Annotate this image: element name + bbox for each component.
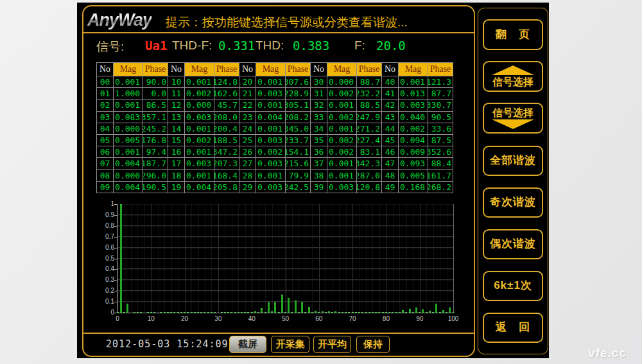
table-header-phase: Phase: [428, 63, 453, 76]
harmonic-bar: [164, 312, 166, 313]
table-cell-no: 39: [311, 182, 327, 193]
table-cell-phase: 88.7: [357, 76, 382, 88]
footer-divider: [82, 333, 475, 334]
chart-gridline-v: [286, 204, 286, 313]
table-cell-phase: 287.0: [357, 170, 382, 182]
screenshot-button[interactable]: 截屏: [229, 336, 266, 353]
harmonic-bar: [247, 312, 249, 313]
table-cell-mag: 0.001: [185, 170, 214, 182]
table-cell-no: 15: [168, 135, 185, 146]
table-header-phase: Phase: [214, 63, 239, 76]
harmonic-bar: [147, 312, 149, 313]
table-cell-phase: 90.5: [428, 112, 453, 123]
harmonic-bar: [173, 312, 175, 313]
table-cell-mag: 0.001: [327, 123, 357, 135]
table-cell-no: 13: [168, 112, 185, 123]
harmonic-bar: [200, 312, 202, 313]
start-capture-button[interactable]: 开采集: [271, 336, 309, 353]
sidebar-button-6k-plus-minus-1[interactable]: 6k±1次: [483, 271, 543, 301]
timestamp: 2012-05-03 15:24:09: [106, 338, 229, 350]
harmonic-bar: [291, 312, 293, 313]
table-cell-phase: 228.9: [286, 88, 311, 100]
sidebar-button-odd-harmonics[interactable]: 奇次谐波: [483, 187, 543, 218]
table-cell-no: 47: [382, 158, 399, 169]
harmonic-bar: [355, 312, 357, 313]
chart-gridline-h: [117, 290, 453, 291]
chart-gridline-h: [117, 247, 453, 248]
harmonic-bar: [322, 311, 324, 313]
harmonic-bar: [301, 302, 303, 313]
hint-text: 提示：按功能键选择信号源或分类查看谐波...: [166, 14, 408, 31]
down-arrow-icon: [492, 119, 534, 129]
title-divider: [82, 32, 475, 33]
chart-gridline-v: [420, 204, 421, 313]
start-average-button[interactable]: 开平均: [313, 336, 351, 353]
y-axis-tick-label: 0.4: [95, 265, 114, 272]
sidebar-button-even-harmonics[interactable]: 偶次谐波: [483, 229, 543, 259]
table-cell-phase: 305.1: [286, 100, 311, 111]
harmonic-bar: [238, 312, 239, 313]
harmonic-bar: [214, 312, 216, 313]
table-cell-no: 34: [311, 123, 327, 135]
x-axis-tick-label: 100: [442, 315, 464, 322]
table-cell-no: 01: [97, 88, 114, 100]
sidebar-button-page-turn[interactable]: 翻 页: [483, 19, 543, 50]
harmonic-bar: [261, 308, 263, 313]
harmonic-bar: [409, 309, 411, 313]
table-cell-mag: 0.001: [114, 100, 143, 111]
table-cell-no: 26: [239, 146, 256, 158]
table-cell-phase: 187.7: [143, 158, 168, 169]
y-axis-tick-mark: [114, 302, 117, 302]
harmonic-bar: [177, 312, 179, 313]
y-axis-tick-mark: [114, 259, 117, 259]
table-cell-phase: 188.5: [214, 135, 239, 146]
table-cell-phase: 215.6: [286, 158, 311, 169]
table-header-phase: Phase: [143, 63, 168, 76]
y-axis-tick-label: 1: [95, 200, 114, 207]
harmonic-bar: [197, 312, 199, 313]
harmonic-bar: [160, 312, 162, 313]
sidebar-button-signal-select-down[interactable]: 信号选择: [483, 103, 543, 134]
table-cell-mag: 0.003: [185, 158, 214, 169]
x-axis-tick-label: 60: [308, 315, 330, 322]
table-header-no: No: [311, 63, 327, 76]
table-cell-phase: 97.4: [143, 146, 168, 158]
y-axis-tick-label: 0.2: [95, 287, 114, 294]
y-axis-tick-mark: [114, 313, 117, 313]
sidebar-button-all-harmonics[interactable]: 全部谐波: [483, 146, 543, 176]
table-cell-mag: 0.004: [114, 158, 143, 169]
harmonic-bar: [429, 311, 431, 313]
table-cell-no: 11: [168, 88, 185, 100]
table-cell-phase: 86.5: [143, 100, 168, 111]
harmonic-bar: [241, 312, 243, 313]
y-axis-tick-mark: [114, 226, 117, 227]
signal-info-row: 信号: Ua1 THD-F: 0.331 THD: 0.383 F: 20.0: [77, 39, 475, 58]
table-cell-no: 49: [382, 182, 399, 193]
thd-value: 0.383: [293, 39, 329, 53]
table-header-no: No: [97, 63, 114, 76]
sidebar-button-signal-select-up[interactable]: 信号选择: [483, 61, 543, 92]
harmonic-bar: [207, 312, 209, 313]
table-cell-no: 43: [382, 112, 399, 123]
table-cell-no: 48: [382, 170, 399, 182]
table-cell-no: 22: [239, 100, 256, 111]
x-axis-tick-label: 90: [409, 315, 431, 322]
x-axis-tick-label: 40: [241, 315, 263, 322]
chart-gridline-h: [117, 301, 453, 302]
page-background: AnyWay 提示：按功能键选择信号源或分类查看谐波... 信号: Ua1 TH…: [0, 0, 642, 364]
thdf-label: THD-F:: [172, 39, 212, 53]
table-cell-mag: 0.002: [185, 135, 214, 146]
harmonic-bar: [392, 312, 394, 313]
x-axis-tick-label: 80: [375, 315, 397, 322]
thdf-value: 0.331: [218, 39, 255, 53]
harmonic-bar: [378, 312, 380, 313]
chart-gridline-h: [117, 279, 453, 280]
hold-button[interactable]: 保持: [356, 336, 390, 353]
sidebar-button-back[interactable]: 返 回: [483, 313, 543, 343]
harmonic-bar: [388, 312, 390, 313]
table-cell-mag: 0.003: [185, 112, 214, 123]
table-cell-phase: 200.4: [214, 123, 239, 135]
table-cell-phase: 330.7: [428, 100, 453, 111]
harmonic-bar: [361, 312, 363, 313]
table-cell-no: 04: [97, 123, 114, 135]
